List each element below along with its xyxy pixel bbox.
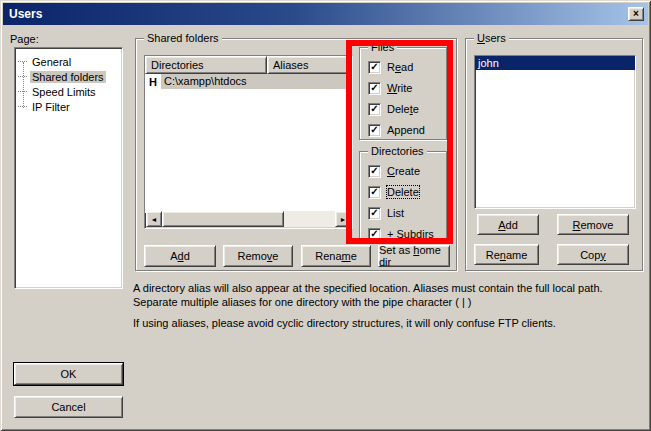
list-body: H C:\xampp\htdocs: [145, 74, 352, 213]
checkbox-create[interactable]: ✓: [368, 165, 381, 178]
shared-remove-button[interactable]: Remove: [223, 245, 293, 267]
check-icon: ✓: [370, 208, 378, 218]
checkbox-label: Read: [387, 61, 413, 73]
page-item-label: Shared folders: [30, 71, 106, 83]
checkbox-subdirs[interactable]: ✓: [368, 228, 381, 241]
button-label: OK: [61, 368, 77, 380]
check-icon: ✓: [370, 104, 378, 114]
page-tree: General Shared folders Speed Limits IP F…: [15, 54, 122, 114]
files-group-label: Files: [368, 41, 397, 53]
title-bar[interactable]: Users ×: [3, 3, 648, 25]
checkbox-append[interactable]: ✓: [368, 124, 381, 137]
directory-path: C:\xampp\htdocs: [161, 74, 352, 89]
page-item-general[interactable]: General: [15, 54, 122, 69]
checkbox-label: Append: [387, 124, 425, 136]
user-copy-button[interactable]: Copy: [557, 244, 629, 265]
tree-connector: [18, 76, 27, 77]
check-icon: ✓: [370, 83, 378, 93]
button-label: Add: [498, 219, 518, 231]
directories-permissions-group: Directories ✓ Create ✓ Delete ✓ List ✓ +…: [359, 151, 447, 241]
scrollbar-thumb[interactable]: [162, 211, 284, 227]
check-icon: ✓: [370, 187, 378, 197]
page-item-label: Speed Limits: [30, 86, 98, 98]
directory-row[interactable]: H C:\xampp\htdocs: [145, 74, 352, 89]
button-label: Cancel: [51, 401, 85, 413]
page-item-label: IP Filter: [30, 101, 72, 113]
permission-row-delete-dir[interactable]: ✓ Delete: [368, 184, 419, 200]
users-dialog: Users × Page: General Shared folders Spe…: [0, 0, 651, 431]
check-icon: ✓: [370, 62, 378, 72]
set-as-home-dir-button[interactable]: Set as home dir: [378, 245, 450, 267]
user-row-john[interactable]: john: [475, 56, 635, 70]
check-icon: ✓: [370, 166, 378, 176]
checkbox-write[interactable]: ✓: [368, 82, 381, 95]
tree-connector: [18, 91, 27, 92]
page-item-speed-limits[interactable]: Speed Limits: [15, 84, 122, 99]
checkbox-read[interactable]: ✓: [368, 61, 381, 74]
page-item-label: General: [30, 56, 73, 68]
column-header-aliases[interactable]: Aliases: [267, 56, 352, 74]
shared-folders-group-label: Shared folders: [144, 32, 222, 44]
cyclic-note: If using aliases, please avoid cyclic di…: [133, 316, 636, 330]
user-remove-button[interactable]: Remove: [557, 214, 629, 235]
button-label: Add: [170, 250, 190, 262]
check-icon: ✓: [370, 125, 378, 135]
page-item-shared-folders[interactable]: Shared folders: [15, 69, 122, 84]
arrow-left-icon: ◄: [151, 216, 158, 223]
checkbox-delete-dir[interactable]: ✓: [368, 186, 381, 199]
column-header-directories[interactable]: Directories: [145, 56, 267, 74]
files-permissions-group: Files ✓ Read ✓ Write ✓ Delete ✓ Append: [359, 47, 447, 140]
scroll-left-arrow[interactable]: ◄: [146, 211, 162, 227]
checkbox-label: List: [387, 207, 404, 219]
checkbox-label: + Subdirs: [387, 228, 434, 240]
horizontal-scrollbar[interactable]: ◄ ►: [146, 211, 351, 227]
permission-row-subdirs[interactable]: ✓ + Subdirs: [368, 226, 434, 242]
window-title: Users: [9, 7, 42, 21]
scrollbar-track[interactable]: [284, 211, 335, 227]
button-label: Remove: [573, 219, 614, 231]
arrow-right-icon: ►: [340, 216, 347, 223]
close-button[interactable]: ×: [628, 7, 644, 21]
shared-folders-list[interactable]: Directories Aliases H C:\xampp\htdocs ◄ …: [144, 55, 353, 229]
close-icon: ×: [633, 9, 639, 19]
checkbox-label: Create: [387, 165, 420, 177]
permission-row-delete-file[interactable]: ✓ Delete: [368, 101, 419, 117]
button-label: Rename: [486, 249, 528, 261]
check-icon: ✓: [370, 229, 378, 239]
checkbox-label: Write: [387, 82, 412, 94]
checkbox-delete-file[interactable]: ✓: [368, 103, 381, 116]
users-list[interactable]: john: [474, 55, 636, 209]
checkbox-label: Delete: [387, 103, 419, 115]
permission-row-list[interactable]: ✓ List: [368, 205, 404, 221]
scroll-right-arrow[interactable]: ►: [335, 211, 351, 227]
button-label: Set as home dir: [379, 244, 449, 268]
shared-add-button[interactable]: Add: [144, 245, 216, 267]
user-rename-button[interactable]: Rename: [474, 244, 539, 265]
button-label: Rename: [315, 250, 357, 262]
cancel-button[interactable]: Cancel: [14, 396, 123, 418]
page-label: Page:: [10, 33, 39, 45]
button-label: Remove: [238, 250, 279, 262]
tree-connector: [18, 106, 27, 107]
permission-row-read[interactable]: ✓ Read: [368, 59, 413, 75]
users-group-label: Users: [474, 32, 509, 44]
permission-row-append[interactable]: ✓ Append: [368, 122, 425, 138]
alias-note: A directory alias will also appear at th…: [133, 281, 636, 309]
permission-row-create[interactable]: ✓ Create: [368, 163, 420, 179]
user-add-button[interactable]: Add: [477, 214, 539, 235]
home-flag: H: [145, 76, 161, 88]
ok-button[interactable]: OK: [14, 363, 123, 385]
checkbox-label: Delete: [387, 186, 419, 198]
checkbox-list[interactable]: ✓: [368, 207, 381, 220]
users-group: Users john Add Remove Rename Copy: [465, 38, 643, 271]
list-header: Directories Aliases: [145, 56, 352, 74]
shared-rename-button[interactable]: Rename: [301, 245, 371, 267]
permission-row-write[interactable]: ✓ Write: [368, 80, 412, 96]
button-label: Copy: [580, 249, 606, 261]
directories-group-label: Directories: [368, 145, 427, 157]
page-item-ip-filter[interactable]: IP Filter: [15, 99, 122, 114]
page-list[interactable]: General Shared folders Speed Limits IP F…: [14, 47, 123, 289]
tree-connector: [18, 61, 27, 62]
shared-folders-group: Shared folders Directories Aliases H C:\…: [135, 38, 457, 271]
